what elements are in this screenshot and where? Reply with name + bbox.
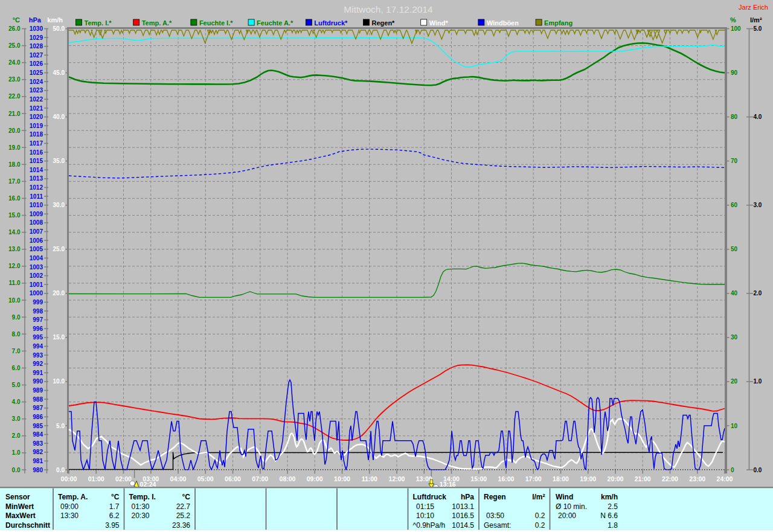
svg-text:1016: 1016 <box>30 149 43 156</box>
svg-text:982: 982 <box>33 449 43 455</box>
svg-text:11:00: 11:00 <box>362 475 377 482</box>
svg-text:22.7: 22.7 <box>176 502 191 511</box>
svg-text:7.0: 7.0 <box>12 348 21 354</box>
svg-text:20:00: 20:00 <box>558 511 576 520</box>
svg-text:Jarz Erich: Jarz Erich <box>739 4 768 11</box>
svg-text:6.2: 6.2 <box>109 511 120 520</box>
svg-text:22:00: 22:00 <box>662 475 678 482</box>
svg-text:16.0: 16.0 <box>8 195 21 202</box>
svg-text:hPa: hPa <box>29 16 42 24</box>
svg-text:Regen*: Regen* <box>372 19 396 27</box>
svg-text:19:00: 19:00 <box>580 475 596 482</box>
svg-text:1013.1: 1013.1 <box>452 502 474 511</box>
svg-text:8.0: 8.0 <box>12 331 21 338</box>
svg-text:0.2: 0.2 <box>535 511 545 520</box>
svg-text:1008: 1008 <box>30 219 43 226</box>
svg-text:980: 980 <box>33 467 43 473</box>
svg-text:Regen: Regen <box>484 493 506 501</box>
svg-text:03:50: 03:50 <box>486 511 504 520</box>
svg-text:9.0: 9.0 <box>12 314 21 321</box>
svg-text:Temp. I.*: Temp. I.* <box>85 19 112 27</box>
svg-text:2.5: 2.5 <box>608 502 618 511</box>
svg-text:17:00: 17:00 <box>525 475 542 482</box>
svg-text:18:00: 18:00 <box>553 475 569 482</box>
svg-text:1004: 1004 <box>30 255 43 261</box>
svg-text:Ø 10 min.: Ø 10 min. <box>556 502 587 511</box>
svg-text:09:00: 09:00 <box>60 502 79 511</box>
svg-text:1030: 1030 <box>30 25 43 32</box>
svg-text:km/h: km/h <box>47 16 63 24</box>
svg-text:15.0: 15.0 <box>8 212 21 219</box>
svg-text:km/h: km/h <box>601 493 618 501</box>
svg-text:hPa: hPa <box>461 493 474 501</box>
svg-text:Temp. I.: Temp. I. <box>129 493 156 501</box>
svg-text:01:30: 01:30 <box>132 502 150 511</box>
svg-text:°C: °C <box>13 16 20 24</box>
svg-text:10:00: 10:00 <box>334 475 350 482</box>
svg-text:1026: 1026 <box>30 60 43 67</box>
svg-text:l/m²: l/m² <box>532 493 545 501</box>
svg-text:1017: 1017 <box>30 140 43 147</box>
svg-text:04:00: 04:00 <box>170 475 187 482</box>
svg-text:1007: 1007 <box>30 228 43 235</box>
svg-text:1018: 1018 <box>30 131 43 138</box>
svg-text:1023: 1023 <box>30 87 43 94</box>
svg-text:Feuchte A.*: Feuchte A.* <box>257 19 293 27</box>
svg-text:13:30: 13:30 <box>60 511 79 520</box>
svg-text:1001: 1001 <box>30 281 43 288</box>
svg-text:0.0: 0.0 <box>56 467 65 473</box>
svg-text:100: 100 <box>731 25 741 32</box>
svg-text:6.0: 6.0 <box>12 365 21 371</box>
svg-text:13.0: 13.0 <box>8 246 21 252</box>
svg-text:1014.5: 1014.5 <box>452 521 474 530</box>
svg-text:24.0: 24.0 <box>8 59 21 66</box>
svg-text:%: % <box>730 16 736 24</box>
svg-text:1.0: 1.0 <box>12 449 21 456</box>
svg-text:1000: 1000 <box>30 290 43 296</box>
svg-text:20:30: 20:30 <box>132 511 150 520</box>
svg-text:0.2: 0.2 <box>535 521 545 530</box>
svg-text:Feuchte I.*: Feuchte I.* <box>199 19 233 27</box>
svg-text:35.0: 35.0 <box>53 158 65 164</box>
svg-text:Luftdruck*: Luftdruck* <box>314 19 348 27</box>
svg-text:17.0: 17.0 <box>8 178 21 185</box>
svg-text:20: 20 <box>731 378 738 385</box>
svg-text:997: 997 <box>33 316 43 323</box>
svg-text:1020: 1020 <box>30 114 43 120</box>
svg-text:4.0: 4.0 <box>754 114 762 120</box>
svg-text:90: 90 <box>731 69 738 76</box>
svg-text:MaxWert: MaxWert <box>5 511 36 520</box>
svg-text:1015: 1015 <box>30 158 43 164</box>
svg-text:07:00: 07:00 <box>252 475 268 482</box>
svg-text:5.0: 5.0 <box>56 423 65 429</box>
svg-text:14.0: 14.0 <box>8 229 21 236</box>
svg-text:20.0: 20.0 <box>8 127 21 134</box>
svg-text:985: 985 <box>33 423 43 429</box>
svg-text:^0.9hPa/h: ^0.9hPa/h <box>413 521 446 530</box>
svg-text:993: 993 <box>33 352 43 359</box>
svg-text:18.0: 18.0 <box>8 161 21 168</box>
svg-text:1003: 1003 <box>30 264 43 271</box>
svg-text:5.0: 5.0 <box>12 382 21 388</box>
svg-text:21.0: 21.0 <box>8 111 21 117</box>
svg-text:1025: 1025 <box>30 69 43 76</box>
svg-text:5.0: 5.0 <box>754 25 762 32</box>
svg-text:1029: 1029 <box>30 34 43 41</box>
svg-text:2.0: 2.0 <box>754 290 762 296</box>
svg-text:4.0: 4.0 <box>12 399 21 405</box>
svg-text:10.0: 10.0 <box>8 297 21 304</box>
svg-text:1022: 1022 <box>30 96 43 103</box>
svg-text:3.95: 3.95 <box>105 521 120 530</box>
svg-text:05:00: 05:00 <box>197 475 214 482</box>
svg-text:Temp. A.: Temp. A. <box>58 493 88 501</box>
svg-text:10:10: 10:10 <box>416 511 434 520</box>
svg-text:10.0: 10.0 <box>53 378 65 385</box>
svg-text:995: 995 <box>33 334 43 341</box>
svg-text:986: 986 <box>33 414 43 420</box>
svg-text:1009: 1009 <box>30 211 43 217</box>
svg-text:25.0: 25.0 <box>8 42 21 49</box>
svg-text:°C: °C <box>111 493 120 501</box>
svg-text:1.7: 1.7 <box>109 502 120 511</box>
svg-text:Wind*: Wind* <box>429 19 449 27</box>
svg-text:15.0: 15.0 <box>53 334 65 341</box>
